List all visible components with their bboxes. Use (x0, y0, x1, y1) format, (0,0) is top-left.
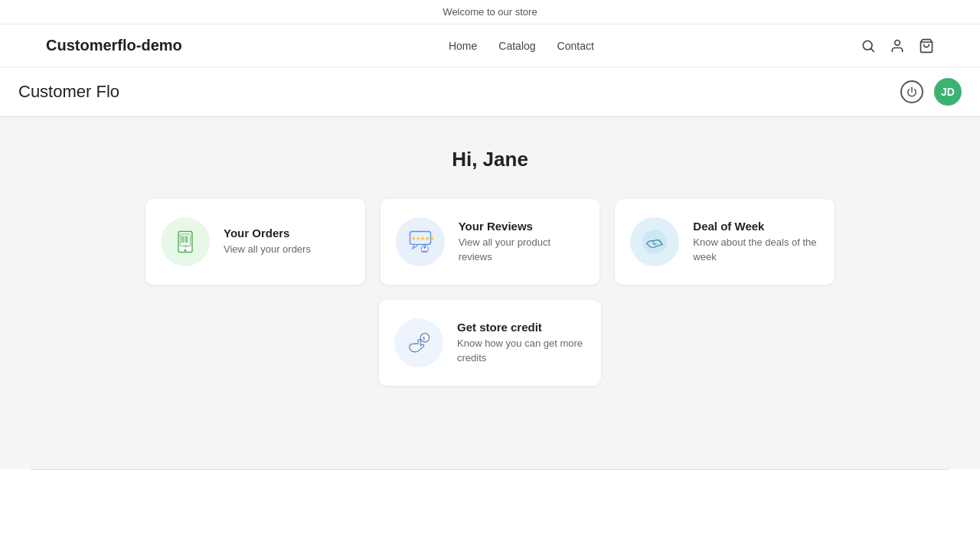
reviews-card-title: Your Reviews (459, 220, 585, 233)
orders-icon-wrap: 🛒 (161, 217, 210, 266)
footer-divider (31, 469, 949, 470)
svg-point-0 (863, 41, 872, 50)
reviews-card-text: Your Reviews View all your product revie… (459, 220, 585, 263)
credit-icon: $ (405, 329, 433, 357)
orders-icon: 🛒 (172, 228, 199, 256)
svg-text:★★★★★: ★★★★★ (411, 235, 434, 242)
store-links: Home Catalog Contact (449, 40, 594, 52)
credit-icon-wrap: $ (394, 318, 443, 367)
nav-contact[interactable]: Contact (557, 40, 594, 52)
deals-card-text: Deal of Week Know about the deals of the… (693, 220, 819, 263)
deals-card[interactable]: Deal of Week Know about the deals of the… (615, 199, 835, 285)
deals-icon (641, 228, 668, 256)
cards-row-2: $ Get store credit Know how you can get … (145, 300, 835, 386)
store-icons (861, 38, 934, 54)
credit-card-desc: Know how you can get more credits (457, 337, 586, 364)
nav-home[interactable]: Home (449, 40, 477, 52)
store-nav: Customerflo-demo Home Catalog Contact (0, 24, 980, 67)
reviews-icon-wrap: ★★★★★ (396, 217, 445, 266)
orders-card[interactable]: 🛒 Your Orders View all your orders (145, 199, 365, 285)
orders-card-text: Your Orders View all your orders (224, 227, 311, 256)
app-title: Customer Flo (18, 82, 119, 102)
reviews-icon: ★★★★★ (407, 228, 434, 256)
deals-icon-wrap (630, 217, 679, 266)
deals-card-title: Deal of Week (693, 220, 819, 233)
app-header-actions: JD (900, 78, 962, 106)
svg-point-2 (895, 40, 900, 45)
account-icon[interactable] (890, 38, 905, 54)
power-button[interactable] (900, 80, 923, 103)
app-header: Customer Flo JD (0, 67, 980, 117)
main-content: Hi, Jane (0, 117, 980, 469)
credit-card[interactable]: $ Get store credit Know how you can get … (379, 300, 601, 386)
svg-point-18 (643, 230, 668, 254)
svg-text:$: $ (423, 335, 426, 341)
store-logo[interactable]: Customerflo-demo (46, 37, 182, 54)
search-icon[interactable] (861, 38, 876, 54)
nav-catalog[interactable]: Catalog (498, 40, 535, 52)
announcement-text: Welcome to our store (443, 6, 537, 18)
announcement-bar: Welcome to our store (0, 0, 980, 24)
cart-icon[interactable] (919, 38, 934, 54)
svg-text:🛒: 🛒 (184, 243, 188, 249)
reviews-card-desc: View all your product reviews (459, 236, 585, 263)
svg-line-1 (871, 48, 874, 51)
orders-card-desc: View all your orders (224, 243, 311, 256)
svg-point-13 (185, 249, 187, 252)
greeting-heading: Hi, Jane (15, 148, 965, 171)
cards-grid: 🛒 Your Orders View all your orders (145, 199, 835, 401)
cards-row-1: 🛒 Your Orders View all your orders (145, 199, 835, 285)
svg-point-17 (423, 246, 426, 249)
user-avatar[interactable]: JD (934, 78, 962, 106)
reviews-card[interactable]: ★★★★★ Your Reviews View all your product… (381, 199, 600, 285)
credit-card-text: Get store credit Know how you can get mo… (457, 321, 586, 364)
credit-card-title: Get store credit (457, 321, 586, 334)
deals-card-desc: Know about the deals of the week (693, 236, 819, 263)
orders-card-title: Your Orders (224, 227, 311, 240)
